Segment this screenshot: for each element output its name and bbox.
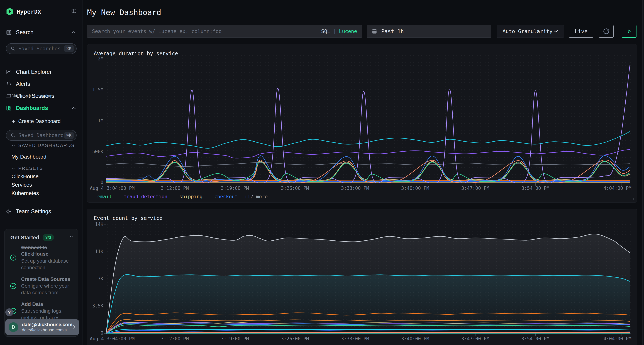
x-axis-label: 3:33:00 PM [341,186,369,191]
legend-item-checkout[interactable]: —checkout [209,344,238,345]
saved-dashboards-placeholder: Saved Dashboards [18,132,64,138]
user-email: dale@clickhouse.com [22,322,73,328]
get-started-step-add-data[interactable]: Add Data Start sending logs, metrics, or… [10,301,74,321]
y-axis-label: 7K [89,276,104,281]
bell-icon [6,81,12,87]
logo[interactable]: HyperDX [6,7,41,16]
chevron-up-icon[interactable] [69,235,73,238]
vertical-scrollbar[interactable] [642,0,644,345]
y-axis-label: 1M [89,118,104,123]
time-range-value: Past 1h [381,28,404,34]
sidebar-item-services[interactable]: Services [12,182,32,188]
laptop-icon [6,93,12,99]
plot-grid-dots [106,54,631,183]
section-title: SAVED DASHBOARDS [18,143,74,148]
granularity-value: Auto Granularity [502,28,552,34]
live-button[interactable]: Live [569,25,593,38]
chart-legend: —email—fraud-detection—shipping—checkout… [92,344,268,345]
sidebar-item-kubernetes[interactable]: Kubernetes [12,190,39,196]
create-dashboard-button[interactable]: Create Dashboard [11,118,61,124]
user-team: dale@clickhouse.com's [22,328,73,333]
sidebar-item-chart-explorer[interactable]: Chart Explorer [0,68,82,76]
legend-item-fraud-detection[interactable]: —fraud-detection [119,344,168,345]
x-axis-label: Aug 4 3:04:00 PM [90,186,134,191]
chevron-down-icon [12,144,16,147]
create-dashboard-label: Create Dashboard [18,118,61,124]
legend-swatch: — [209,194,212,199]
get-started-step-data-sources[interactable]: Create Data Sources Configure where your… [10,276,74,296]
granularity-select[interactable]: Auto Granularity [497,25,564,38]
sidebar-item-alerts[interactable]: Alerts [0,80,82,88]
legend-more-link[interactable]: +12 more [244,194,268,199]
run-query-button[interactable] [622,25,636,38]
help-button[interactable]: ? [5,308,13,316]
sidebar-item-clickhouse[interactable]: ClickHouse [12,173,39,179]
x-axis-label: 3:54:00 PM [522,336,550,342]
hyperdx-logo-icon [6,7,14,16]
chevron-down-icon [553,30,558,33]
chevron-up-icon[interactable] [72,107,76,110]
step-description: Set up your database connection [21,258,74,271]
check-circle-icon [10,254,17,261]
x-axis-label: 3:47:00 PM [461,336,490,342]
legend-item-email[interactable]: —email [92,344,112,345]
x-axis-label: 3:26:00 PM [281,336,309,342]
get-started-step-connect[interactable]: Connect to ClickHouse Set up your databa… [10,244,74,271]
x-axis-label: 3:47:00 PM [461,186,490,191]
x-axis-label: 3:26:00 PM [281,186,309,191]
legend-label: shipping [179,344,202,345]
saved-searches-input[interactable]: Saved Searches ⌘K [6,43,76,54]
event-search-input[interactable]: Search your events w/ Lucene ex. column:… [87,25,362,38]
legend-item-fraud-detection[interactable]: —fraud-detection [119,194,168,199]
sidebar-item-search[interactable]: Search [0,28,82,36]
legend-label: fraud-detection [124,344,168,345]
legend-swatch: — [92,344,95,345]
user-account-chip[interactable]: D dale@clickhouse.com dale@clickhouse.co… [5,319,79,335]
plot-grid-dots [106,219,631,333]
sidebar-item-dashboards[interactable]: Dashboards [0,104,82,112]
x-axis-label: 3:12:00 PM [161,336,189,342]
legend-label: shipping [179,194,202,199]
language-toggle-lucene[interactable]: Lucene [339,28,357,34]
saved-dashboards-input[interactable]: Saved Dashboards ⌘K [6,130,76,141]
legend-item-shipping[interactable]: —shipping [174,194,202,199]
legend-item-checkout[interactable]: —checkout [209,194,238,199]
sidebar-item-team-settings[interactable]: Team Settings [0,207,82,216]
shortcut-badge: ⌘K [64,45,74,52]
language-separator: | [333,28,336,34]
x-axis-label: 4:04:00 PM [604,186,632,191]
section-title: PRESETS [18,166,43,171]
sidebar-item-label: Chart Explorer [16,69,52,75]
legend-label: email [97,194,112,199]
legend-label: checkout [214,194,238,199]
collapse-sidebar-icon[interactable] [71,8,76,13]
check-circle-icon [10,283,17,290]
chevron-up-icon[interactable] [72,31,76,34]
presets-section-header[interactable]: PRESETS [12,166,43,171]
x-axis-label: 3:54:00 PM [522,186,550,191]
sidebar-item-client-sessions[interactable]: Client Sessions [0,92,82,100]
legend-item-email[interactable]: —email [92,194,112,199]
search-icon [10,46,16,51]
y-axis-label: 0 [89,180,104,185]
sidebar-item-my-dashboard[interactable]: My Dashboard [12,154,46,160]
legend-swatch: — [174,344,177,345]
search-section-icon [6,29,12,35]
chart-panel-event-count: Event count by service 14K11K7K3.5K0Aug … [87,209,637,345]
sidebar-item-label: Search [16,29,34,35]
saved-dashboards-section-header[interactable]: SAVED DASHBOARDS [12,143,74,148]
x-axis-label: 4:04:00 PM [604,336,632,342]
legend-more-link[interactable]: +12 more [244,344,268,345]
event-search-placeholder: Search your events w/ Lucene ex. column:… [92,28,321,34]
language-toggle-sql[interactable]: SQL [321,28,330,34]
legend-item-shipping[interactable]: —shipping [174,344,202,345]
resize-handle[interactable] [631,198,634,201]
time-range-picker[interactable]: Past 1h [367,25,492,38]
step-title: Add Data [21,301,74,308]
sidebar-item-label: Team Settings [16,208,51,215]
x-axis-label: 3:40:00 PM [401,186,429,191]
chart-panel-avg-duration: Average duration by service 2M1.5M1M500K… [87,44,637,203]
step-description: Configure where your data comes from [21,283,74,296]
y-axis-label: 500K [89,149,104,154]
refresh-button[interactable] [599,25,614,38]
